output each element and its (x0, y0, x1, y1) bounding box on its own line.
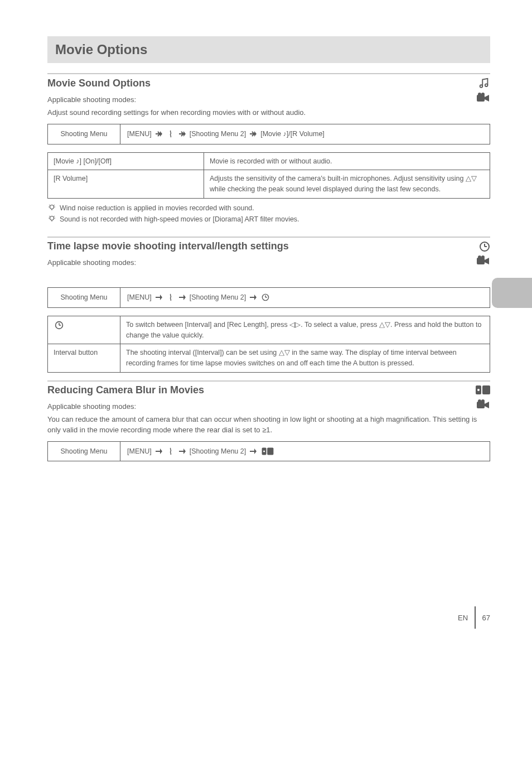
camera-squiggle-icon (167, 293, 174, 301)
sound-modes-row: Applicable shooting modes: (47, 93, 490, 107)
svg-point-0 (480, 85, 483, 88)
camera-squiggle-icon (167, 447, 174, 455)
sound-heading: Movie Sound Options (47, 78, 475, 89)
timelapse-heading: Time lapse movie shooting interval/lengt… (47, 240, 476, 252)
sound-opt-0-name: [Movie ♪] [On]/[Off] (48, 152, 204, 170)
svg-point-4 (481, 93, 485, 96)
sound-body: Adjust sound recording settings for when… (47, 108, 490, 118)
svg-point-22 (481, 255, 485, 259)
is-modes-label: Applicable shooting modes: (47, 402, 136, 411)
svg-line-8 (54, 205, 55, 206)
is-body: You can reduce the amount of camera blur… (47, 414, 490, 436)
sound-options-table: [Movie ♪] [On]/[Off] Movie is recorded w… (47, 152, 490, 199)
clock-icon (262, 293, 269, 301)
is-icon (476, 384, 490, 396)
sound-heading-row: Movie Sound Options (47, 73, 490, 89)
is-nav-path: [MENU] [Shooting Menu 2] (120, 442, 282, 461)
sound-nav-label: Shooting Menu (48, 124, 120, 144)
arrow-right-icon (249, 448, 257, 455)
footer-divider (475, 606, 476, 629)
svg-line-13 (49, 216, 50, 217)
is-nav-box: Shooting Menu [MENU] [Shooting Menu 2] (47, 441, 490, 462)
timelapse-opt-0-desc: To switch between [Interval] and [Rec Le… (120, 316, 490, 344)
svg-point-34 (481, 399, 485, 403)
clock-icon (55, 321, 64, 330)
camera-squiggle-icon (167, 130, 174, 138)
section-sound: Movie Sound Options Applicable shooting … (47, 73, 490, 224)
section-is: Reducing Camera Blur in Movies Applicabl… (47, 380, 490, 461)
sound-opt-1-desc: Adjusts the sensitivity of the camera's … (204, 170, 490, 199)
is-nav-seg-0: [MENU] (127, 446, 152, 457)
sound-opt-0-desc: Movie is recorded with or without audio. (204, 152, 490, 170)
is-nav-label: Shooting Menu (48, 442, 120, 461)
svg-point-3 (478, 93, 481, 96)
svg-line-14 (54, 216, 55, 217)
timelapse-nav-label: Shooting Menu (48, 288, 120, 307)
arrow-right-icon (249, 294, 257, 301)
sound-nav-seg-0: [MENU] (127, 129, 152, 139)
table-row: [R Volume] Adjusts the sensitivity of th… (48, 170, 490, 199)
svg-rect-30 (482, 385, 490, 394)
sound-opt-1-name: [R Volume] (48, 170, 204, 199)
movie-camera-icon (476, 93, 490, 107)
arrow-right-icon (178, 131, 186, 137)
svg-line-7 (49, 205, 50, 206)
sound-tip-0-text: Wind noise reduction is applied in movie… (60, 203, 254, 213)
timelapse-nav-seg-0: [MENU] (127, 292, 152, 303)
movie-camera-icon (476, 399, 490, 413)
section-timelapse: Time lapse movie shooting interval/lengt… (47, 237, 490, 373)
sound-note-icon (478, 77, 490, 89)
sound-nav-box: Shooting Menu [MENU] [Shooting Menu 2] [… (47, 124, 490, 144)
timelapse-nav-path: [MENU] [Shooting Menu 2] (120, 288, 277, 307)
arrow-right-icon (155, 131, 163, 137)
svg-point-1 (485, 84, 488, 86)
svg-point-37 (263, 450, 265, 452)
sound-nav-path: [MENU] [Shooting Menu 2] [Movie ♪]/[R Vo… (120, 124, 331, 144)
is-modes-row: Applicable shooting modes: (47, 399, 490, 413)
arrow-right-icon (155, 294, 163, 301)
timelapse-heading-row: Time lapse movie shooting interval/lengt… (47, 237, 490, 252)
sound-tip-0: Wind noise reduction is applied in movie… (47, 203, 490, 213)
sound-nav-seg-1: [Shooting Menu 2] (190, 129, 246, 139)
table-row: [Movie ♪] [On]/[Off] Movie is recorded w… (48, 152, 490, 170)
arrow-right-icon (178, 448, 186, 455)
sound-tip-1: Sound is not recorded with high-speed mo… (47, 214, 490, 224)
svg-point-5 (50, 205, 54, 209)
svg-point-11 (50, 216, 54, 220)
lightbulb-icon (47, 203, 56, 211)
svg-rect-36 (267, 448, 273, 455)
arrow-right-icon (155, 448, 163, 455)
is-heading-row: Reducing Camera Blur in Movies (47, 380, 490, 396)
is-nav-seg-1: [Shooting Menu 2] (190, 446, 246, 457)
table-row: To switch between [Interval] and [Rec Le… (48, 316, 490, 344)
table-row: Interval button The shooting interval ([… (48, 344, 490, 373)
arrow-right-icon (178, 294, 186, 301)
timelapse-nav-seg-1: [Shooting Menu 2] (190, 292, 246, 303)
footer-page-number: 67 (482, 614, 490, 622)
movie-camera-icon (476, 255, 490, 269)
svg-point-21 (478, 255, 481, 259)
timelapse-nav-box: Shooting Menu [MENU] [Shooting Menu 2] (47, 287, 490, 308)
is-icon (262, 447, 274, 456)
timelapse-modes-label: Applicable shooting modes: (47, 258, 136, 267)
side-tab (492, 278, 532, 308)
svg-point-33 (478, 399, 481, 403)
clock-icon (479, 241, 490, 252)
page-title: Movie Options (47, 36, 490, 63)
sound-tip-1-text: Sound is not recorded with high-speed mo… (60, 214, 299, 224)
svg-point-31 (477, 389, 480, 391)
timelapse-modes-row: Applicable shooting modes: (47, 255, 490, 269)
page-footer: EN 67 (47, 606, 490, 629)
arrow-right-icon (249, 131, 257, 137)
timelapse-options-table: To switch between [Interval] and [Rec Le… (47, 316, 490, 373)
footer-lang: EN (458, 614, 468, 622)
timelapse-opt-1-desc: The shooting interval ([Interval]) can b… (120, 344, 490, 373)
timelapse-opt-0-name (48, 316, 120, 344)
is-heading: Reducing Camera Blur in Movies (47, 384, 472, 396)
timelapse-opt-1-name: Interval button (48, 344, 120, 373)
sound-modes-label: Applicable shooting modes: (47, 95, 136, 104)
lightbulb-icon (47, 214, 56, 223)
sound-nav-seg-2: [Movie ♪]/[R Volume] (260, 129, 325, 139)
